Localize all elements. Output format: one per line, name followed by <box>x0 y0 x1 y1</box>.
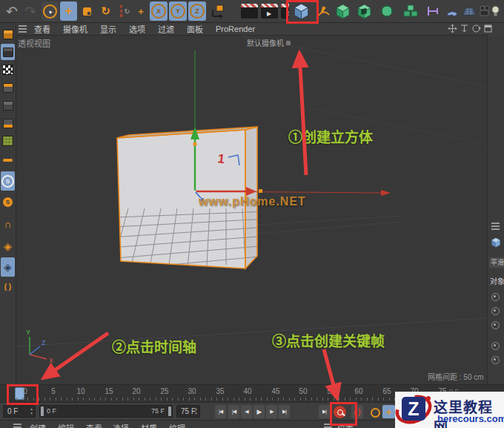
render-to-picture-button[interactable]: ▶ <box>259 1 279 21</box>
pen-tool[interactable] <box>316 1 331 21</box>
coordinate-system-button[interactable] <box>208 1 228 21</box>
menu-edit[interactable]: 编辑 <box>58 422 74 428</box>
panel-menu-icon[interactable] <box>491 223 500 230</box>
lock-x-button[interactable]: X <box>150 1 168 21</box>
autokey-button[interactable]: ( ) <box>351 405 363 418</box>
undo-button[interactable]: ↶ <box>2 1 21 21</box>
menu-display[interactable]: 显示 <box>100 23 116 35</box>
add-cube-button[interactable] <box>289 1 314 21</box>
phong-tab[interactable]: 平滑 <box>489 257 504 268</box>
deformer-button[interactable] <box>377 1 397 21</box>
menu-view[interactable]: 查看 <box>34 23 50 35</box>
workplane-b-button[interactable]: ◈ <box>1 257 15 277</box>
site-logo: Z 这里教程网 herecours.com <box>395 392 504 428</box>
texture-mode-button[interactable] <box>1 62 15 78</box>
viewport-menubar: 查看 摄像机 显示 选项 过滤 面板 ProRender <box>16 22 504 36</box>
attribute-radio[interactable] <box>491 356 500 364</box>
jump-start-button[interactable]: |◀ <box>215 405 226 418</box>
logo-z-badge: Z <box>395 392 434 428</box>
next-key-button[interactable]: ▶| <box>279 405 290 418</box>
psr-tool[interactable]: PSR↻ <box>116 1 133 21</box>
uv-grid-button[interactable] <box>1 133 15 149</box>
menu-options[interactable]: 选项 <box>129 23 145 35</box>
points-mode-button[interactable] <box>1 97 15 113</box>
lock-y-button[interactable]: Y <box>169 1 187 21</box>
tweak-button[interactable] <box>1 152 15 168</box>
viewport-pan-icon[interactable] <box>448 24 457 33</box>
snap-toggle-button[interactable]: S <box>1 171 15 191</box>
snap-s2-button[interactable]: S <box>1 192 15 211</box>
modeling-generator-button[interactable] <box>354 1 374 21</box>
material-menu-icon[interactable] <box>13 424 21 428</box>
record-keyframe-button[interactable] <box>334 406 346 418</box>
menu-select[interactable]: 选择 <box>113 422 129 428</box>
attribute-radio[interactable] <box>491 307 500 315</box>
model-mode-button[interactable] <box>1 44 15 60</box>
spline-constraint-button[interactable] <box>424 1 442 21</box>
menu-texture[interactable]: 纹理 <box>169 422 185 428</box>
viewport-rotate-icon[interactable] <box>471 24 481 33</box>
prev-frame-button[interactable]: ◀ <box>241 405 252 418</box>
tick-label: 60 <box>354 387 362 395</box>
play-icon: ▶ <box>257 408 262 415</box>
make-editable-button[interactable] <box>1 26 15 42</box>
coord-position-label[interactable]: 位置 <box>337 422 354 428</box>
lock-z-button[interactable]: Z <box>188 1 206 21</box>
end-frame-field[interactable]: 75 F ▲▼ <box>176 405 200 418</box>
snap-magnet-button[interactable]: ∩ <box>1 214 15 234</box>
attribute-radio[interactable] <box>491 342 500 350</box>
play-button[interactable]: ▶ <box>253 405 265 418</box>
next-frame-icon: ▶ <box>270 409 273 415</box>
range-start-handle[interactable] <box>41 406 44 416</box>
camera-button[interactable] <box>478 1 491 21</box>
camera-label[interactable]: 默认摄像机 <box>247 37 291 48</box>
axis-y-label: Y <box>26 329 30 336</box>
subdivision-surface-button[interactable] <box>333 1 353 21</box>
attribute-radio[interactable] <box>491 321 500 329</box>
tick-label: 55 <box>327 387 335 395</box>
z-axis-icon: Z <box>190 4 205 19</box>
view-label[interactable]: 透视视图 <box>18 37 50 49</box>
simulate-button[interactable] <box>443 1 461 21</box>
brackets-button[interactable]: ( ) <box>1 278 15 294</box>
workplane-a-button[interactable]: ◈ <box>1 237 15 256</box>
position-key-button[interactable]: + <box>382 405 395 418</box>
move-tool[interactable]: + <box>60 1 77 21</box>
viewport-maximize-icon[interactable] <box>483 24 493 33</box>
prev-key-button[interactable]: |◀ <box>228 405 239 418</box>
menu-camera[interactable]: 摄像机 <box>63 23 87 35</box>
menu-create[interactable]: 创建 <box>30 422 46 428</box>
attribute-radio[interactable] <box>491 293 500 301</box>
redo-button[interactable]: ↷ <box>21 1 39 21</box>
next-frame-button[interactable]: ▶ <box>266 405 277 418</box>
jump-end-button[interactable]: ▶| <box>319 405 330 418</box>
camera-menu-icon[interactable] <box>286 41 291 45</box>
coord-menu-icon[interactable] <box>324 424 332 428</box>
viewport-dolly-icon[interactable] <box>460 24 469 33</box>
polygons-mode-button[interactable] <box>1 115 15 131</box>
spinner-icon[interactable]: ▲▼ <box>30 406 33 415</box>
object-section-label[interactable]: 对象 <box>490 275 504 286</box>
render-view-button[interactable] <box>239 1 259 21</box>
floor-button[interactable] <box>461 1 477 21</box>
live-selection-tool[interactable]: ▲ <box>42 1 59 21</box>
menu-material[interactable]: 材质 <box>141 422 157 428</box>
menu-panel[interactable]: 面板 <box>187 23 203 35</box>
spinner-icon[interactable]: ▲▼ <box>194 406 198 415</box>
menu-prorender[interactable]: ProRender <box>216 24 255 33</box>
menu-filter[interactable]: 过滤 <box>158 23 174 35</box>
viewport[interactable]: 1 Y X Z 透视视图 默认摄像机 www.pHome.NET ①创建立方体 … <box>16 35 487 384</box>
scale-tool[interactable] <box>79 1 96 21</box>
current-frame-field[interactable]: 0 F ▲▼ <box>3 405 36 418</box>
viewport-menu-icon[interactable] <box>19 25 27 33</box>
add-tool[interactable]: + <box>134 1 147 21</box>
workplane-mode-button[interactable] <box>1 79 15 96</box>
annotation-step2: ②点击时间轴 <box>112 336 196 356</box>
range-end-handle[interactable] <box>168 406 171 416</box>
frame-range-slider[interactable]: 0 F 75 F <box>39 405 173 418</box>
menu-view2[interactable]: 查看 <box>86 422 102 428</box>
light-button[interactable] <box>490 1 500 21</box>
keyframe-selection-button[interactable] <box>371 408 380 418</box>
cloner-button[interactable] <box>399 1 422 21</box>
rotate-tool[interactable]: ↻ <box>97 1 114 21</box>
